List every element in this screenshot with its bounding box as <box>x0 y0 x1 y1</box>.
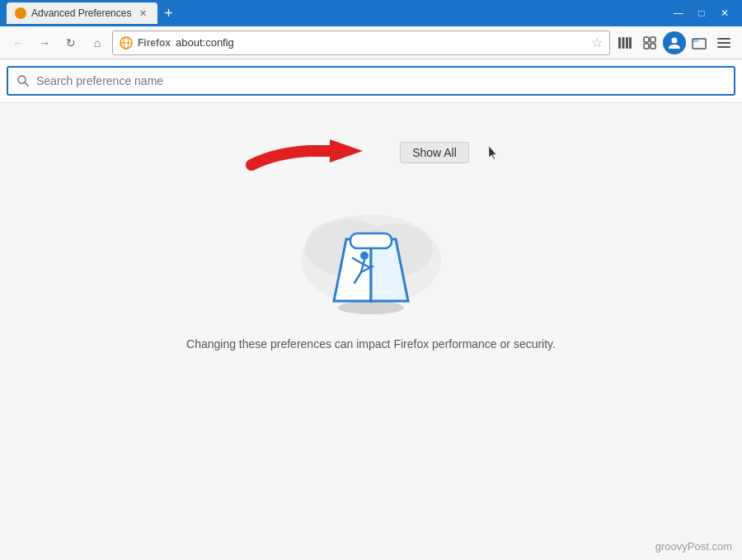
svg-marker-19 <box>330 139 363 162</box>
menu-icon[interactable] <box>712 31 735 54</box>
firefox-logo-icon <box>120 36 133 49</box>
menu-svg-icon <box>716 35 731 50</box>
search-input-wrapper <box>7 66 735 96</box>
address-bar[interactable]: Firefox about:config ☆ <box>112 31 610 55</box>
titlebar: Advanced Preferences ✕ + — □ ✕ <box>0 0 742 26</box>
navbar: ← → ↻ ⌂ Firefox about:config ☆ <box>0 26 742 59</box>
svg-point-11 <box>672 37 678 43</box>
back-button[interactable]: ← <box>7 31 30 54</box>
svg-line-18 <box>25 82 28 86</box>
svg-rect-5 <box>626 37 628 49</box>
minimize-button[interactable]: — <box>668 2 689 24</box>
search-icon <box>16 74 30 87</box>
warning-svg <box>289 210 453 318</box>
svg-rect-9 <box>644 44 649 49</box>
search-input[interactable] <box>36 74 726 87</box>
svg-rect-7 <box>644 37 649 42</box>
svg-rect-8 <box>650 37 655 42</box>
show-all-area: Show All <box>243 128 499 177</box>
tab-favicon <box>15 7 26 19</box>
toolbar-icons <box>613 31 735 54</box>
new-tab-button[interactable]: + <box>157 2 179 24</box>
library-svg-icon <box>618 35 632 50</box>
reload-button[interactable]: ↻ <box>59 31 82 54</box>
tab-bar: Advanced Preferences ✕ + <box>7 2 663 24</box>
container-svg-icon <box>692 35 707 50</box>
svg-rect-24 <box>350 233 392 248</box>
sync-svg-icon <box>642 35 657 50</box>
red-arrow-svg <box>243 128 383 177</box>
home-button[interactable]: ⌂ <box>86 31 109 54</box>
profile-svg-icon <box>667 35 682 50</box>
sync-icon[interactable] <box>638 31 661 54</box>
bookmark-icon[interactable]: ☆ <box>591 35 603 50</box>
svg-rect-10 <box>650 44 655 49</box>
warning-text: Changing these preferences can impact Fi… <box>186 337 556 351</box>
show-all-button[interactable]: Show All <box>400 142 469 163</box>
forward-button[interactable]: → <box>33 31 56 54</box>
close-window-button[interactable]: ✕ <box>714 2 735 24</box>
window-controls: — □ ✕ <box>668 2 735 24</box>
tab-close-button[interactable]: ✕ <box>136 7 149 20</box>
url-text: about:config <box>176 36 234 49</box>
site-name-label: Firefox <box>138 37 171 49</box>
library-icon[interactable] <box>613 31 636 54</box>
profile-icon[interactable] <box>663 31 686 54</box>
svg-rect-3 <box>618 37 621 49</box>
tab-title: Advanced Preferences <box>31 7 131 19</box>
warning-illustration <box>289 210 453 318</box>
svg-point-25 <box>360 252 369 260</box>
search-bar-section <box>0 59 742 103</box>
container-tab-icon[interactable] <box>688 31 711 54</box>
maximize-button[interactable]: □ <box>691 2 712 24</box>
active-tab[interactable]: Advanced Preferences ✕ <box>7 2 157 24</box>
svg-point-23 <box>338 301 404 314</box>
cursor-icon <box>487 144 499 161</box>
svg-rect-4 <box>622 37 625 49</box>
svg-rect-13 <box>693 39 698 42</box>
svg-rect-6 <box>629 37 632 49</box>
main-content: Show All <box>0 103 742 560</box>
watermark: groovyPost.com <box>655 540 732 553</box>
red-arrow <box>243 128 383 177</box>
